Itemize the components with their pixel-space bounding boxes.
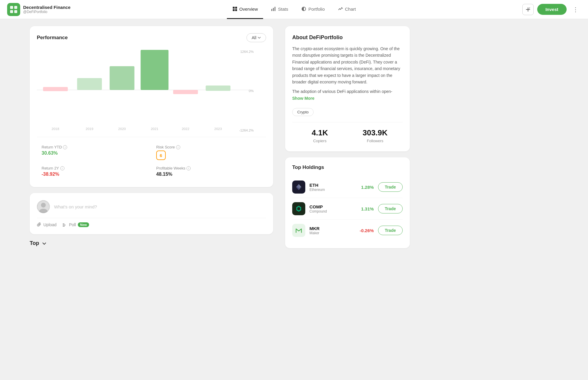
followers-label: Followers	[347, 139, 403, 143]
tab-overview[interactable]: Overview	[227, 0, 263, 19]
return-ytd-info[interactable]: i	[63, 145, 67, 149]
eth-trade-button[interactable]: Trade	[378, 182, 403, 192]
svg-rect-19	[77, 78, 102, 90]
stats-icon	[271, 6, 276, 12]
ethereum-logo	[295, 183, 303, 191]
svg-rect-22	[173, 90, 198, 94]
svg-text:1264.2%: 1264.2%	[240, 50, 254, 53]
paperclip-icon	[37, 222, 42, 227]
bar-chart-svg: 1264.2% 0% -1264.2%	[37, 47, 266, 136]
copiers-stat: 4.1K Copiers	[292, 128, 347, 143]
svg-rect-10	[275, 7, 276, 11]
eth-pct: 1.28%	[353, 185, 374, 190]
svg-rect-3	[14, 10, 17, 13]
user-avatar	[37, 200, 50, 213]
svg-rect-0	[10, 6, 13, 9]
post-input[interactable]: What's on your mind?	[54, 204, 266, 209]
svg-rect-36	[63, 226, 65, 227]
top-section[interactable]: Top	[30, 240, 273, 246]
svg-text:2018: 2018	[52, 127, 59, 131]
svg-rect-23	[206, 86, 230, 91]
svg-text:2020: 2020	[118, 127, 126, 131]
comp-info: COMP Compound	[309, 204, 349, 213]
invest-button[interactable]: Invest	[537, 4, 567, 15]
performance-title: Performance	[37, 35, 68, 41]
holding-comp: COMP Compound 1.31% Trade	[292, 198, 403, 220]
return-2y-info[interactable]: i	[60, 166, 64, 170]
holdings-card: Top Holdings ETH Ethereum 1.28% Trade	[285, 157, 410, 248]
more-menu-button[interactable]: ⋮	[570, 4, 581, 15]
mkr-trade-button[interactable]: Trade	[378, 226, 403, 235]
about-stats-row: 4.1K Copiers 303.9K Followers	[292, 122, 403, 143]
svg-rect-9	[273, 8, 274, 11]
center-panel: Performance All 1264.2% 0% -1264.2%	[24, 19, 279, 255]
svg-rect-4	[233, 7, 235, 9]
logo-icon	[10, 5, 18, 14]
mkr-pct: -0.26%	[353, 228, 374, 233]
svg-text:2021: 2021	[151, 127, 159, 131]
svg-rect-5	[235, 7, 237, 9]
svg-rect-2	[10, 10, 13, 13]
svg-rect-1	[14, 6, 17, 9]
svg-text:2023: 2023	[214, 127, 222, 131]
tab-stats[interactable]: Stats	[265, 0, 293, 19]
risk-score-badge: 6	[156, 151, 166, 160]
nav-actions: Invest ⋮	[516, 4, 581, 15]
svg-rect-7	[235, 9, 237, 11]
header: Decentralised Finance @DeFiPortfolio Ove…	[0, 0, 588, 19]
holding-eth: ETH Ethereum 1.28% Trade	[292, 176, 403, 198]
add-button[interactable]	[522, 4, 534, 15]
chevron-down-icon	[42, 241, 47, 246]
svg-text:-1264.2%: -1264.2%	[239, 129, 254, 132]
brand-info: Decentralised Finance @DeFiPortfolio	[23, 5, 70, 14]
composer: What's on your mind? Upload	[37, 200, 266, 227]
svg-rect-20	[110, 66, 134, 90]
overview-icon	[232, 6, 238, 12]
post-composer-card: What's on your mind? Upload	[30, 193, 273, 234]
poll-action[interactable]: Poll New	[62, 222, 89, 227]
return-2y-value: -38.92%	[42, 172, 147, 177]
svg-rect-34	[63, 224, 64, 224]
compound-logo	[295, 205, 303, 213]
mkr-icon	[292, 224, 305, 237]
upload-action[interactable]: Upload	[37, 222, 56, 227]
brand-name: Decentralised Finance	[23, 5, 70, 10]
show-more-button[interactable]: Show More	[292, 96, 314, 101]
add-icon	[525, 7, 531, 12]
crypto-tag[interactable]: Crypto	[292, 108, 314, 116]
risk-score-info[interactable]: i	[176, 145, 180, 149]
performance-chart: 1264.2% 0% -1264.2%	[37, 47, 266, 137]
comp-trade-button[interactable]: Trade	[378, 204, 403, 213]
stats-grid: Return YTD i 30.63% Risk Score i 6 Retur…	[37, 137, 266, 180]
performance-header: Performance All	[37, 33, 266, 42]
stat-profitable-weeks: Profitable Weeks i 48.15%	[151, 163, 266, 180]
chevron-down-icon	[257, 36, 261, 39]
return-ytd-value: 30.63%	[42, 151, 147, 156]
comp-pct: 1.31%	[353, 206, 374, 211]
followers-stat: 303.9K Followers	[347, 128, 403, 143]
portfolio-icon	[301, 6, 306, 12]
tab-portfolio[interactable]: Portfolio	[296, 0, 330, 19]
left-sidebar	[0, 19, 24, 255]
mkr-info: MKR Maker	[309, 226, 349, 235]
copiers-count: 4.1K	[292, 128, 347, 137]
eth-info: ETH Ethereum	[309, 183, 349, 192]
stat-return-ytd: Return YTD i 30.63%	[37, 142, 151, 163]
about-title: About DeFiPortfolio	[292, 34, 403, 41]
svg-text:0%: 0%	[249, 89, 254, 93]
avatar-image	[37, 200, 50, 213]
brand-handle: @DeFiPortfolio	[23, 10, 70, 14]
new-badge: New	[78, 222, 89, 227]
top-label: Top	[30, 240, 39, 246]
svg-rect-18	[43, 87, 68, 91]
tab-chart[interactable]: Chart	[333, 0, 361, 19]
profitable-weeks-info[interactable]: i	[186, 166, 191, 170]
holdings-title: Top Holdings	[292, 164, 403, 170]
main-nav: Overview Stats Portfolio Chart	[72, 0, 516, 19]
svg-line-13	[529, 8, 530, 8]
about-card: About DeFiPortfolio The crypto-asset eco…	[285, 26, 410, 151]
right-sidebar: About DeFiPortfolio The crypto-asset eco…	[279, 19, 416, 255]
filter-all-button[interactable]: All	[246, 33, 266, 42]
svg-rect-35	[63, 225, 66, 225]
stat-risk-score: Risk Score i 6	[151, 142, 266, 163]
